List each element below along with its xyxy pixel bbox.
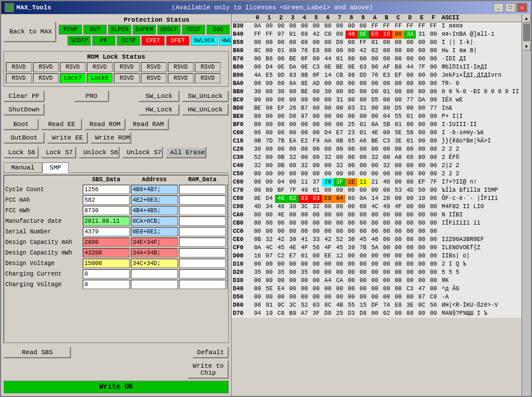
hex-byte-c40-9[interactable]: 00 bbox=[357, 162, 369, 170]
hex-byte-c70-4[interactable]: 49 bbox=[299, 186, 310, 195]
hex-byte-be0-15[interactable]: 00 bbox=[428, 113, 439, 121]
hex-byte-b90-2[interactable]: 9D bbox=[275, 72, 287, 80]
hex-byte-d70-9[interactable]: D8 bbox=[357, 310, 369, 318]
hex-byte-d70-8[interactable]: D3 bbox=[345, 310, 357, 318]
hex-byte-c10-7[interactable]: 8B bbox=[334, 137, 345, 145]
hex-byte-c50-4[interactable]: 00 bbox=[299, 170, 310, 178]
lock-s7-button[interactable]: Lock S7 bbox=[41, 147, 76, 158]
hex-byte-ba0-11[interactable]: 00 bbox=[381, 80, 392, 88]
unlock-s6-button[interactable]: Unlock S6 bbox=[79, 147, 120, 158]
hex-byte-ce0-12[interactable]: 00 bbox=[392, 236, 404, 244]
hex-byte-ba0-8[interactable]: 00 bbox=[345, 80, 357, 88]
hex-byte-c80-13[interactable]: 00 bbox=[404, 195, 416, 203]
sbs-new-des-volt[interactable] bbox=[227, 259, 229, 268]
hex-byte-c40-0[interactable]: 32 bbox=[252, 162, 263, 170]
hex-byte-b80-7[interactable]: BE bbox=[334, 63, 345, 72]
hex-byte-b60-1[interactable]: 00 bbox=[263, 47, 275, 55]
hex-byte-d00-0[interactable]: 16 bbox=[252, 252, 263, 260]
hex-byte-bc0-4[interactable]: 00 bbox=[299, 96, 310, 104]
hex-byte-bc0-9[interactable]: 80 bbox=[357, 96, 369, 104]
sbs-addr-fcc-mah[interactable] bbox=[131, 195, 178, 205]
hex-byte-c50-5[interactable]: 00 bbox=[310, 170, 322, 178]
hex-byte-c10-1[interactable]: 7D bbox=[263, 137, 275, 145]
hex-byte-cc0-11[interactable]: 00 bbox=[381, 228, 392, 236]
sbs-addr-serial[interactable] bbox=[131, 227, 178, 236]
hex-byte-c20-5[interactable]: 00 bbox=[310, 145, 322, 154]
hex-byte-bf0-9[interactable]: 01 bbox=[357, 121, 369, 129]
hex-byte-d20-14[interactable]: 00 bbox=[416, 269, 428, 277]
hex-byte-c90-7[interactable]: 00 bbox=[334, 203, 345, 211]
sbs-ram-mfg-date[interactable] bbox=[179, 216, 226, 226]
hex-byte-b70-7[interactable]: 01 bbox=[334, 55, 345, 63]
hex-byte-c80-2[interactable]: 46 bbox=[275, 195, 287, 203]
hex-byte-d00-1[interactable]: 07 bbox=[263, 252, 275, 260]
hex-byte-b90-9[interactable]: DD bbox=[357, 72, 369, 80]
hex-byte-ce0-0[interactable]: 0B bbox=[252, 236, 263, 244]
hex-byte-cf0-7[interactable]: 45 bbox=[334, 244, 345, 252]
hex-byte-bb0-14[interactable]: 00 bbox=[416, 88, 428, 96]
hex-byte-c90-1[interactable]: 34 bbox=[263, 203, 275, 211]
lock-s6-button[interactable]: Lock S6 bbox=[4, 147, 39, 158]
hex-byte-d40-4[interactable]: 00 bbox=[299, 285, 310, 293]
write-to-chip-button[interactable]: Write toChip bbox=[188, 360, 229, 379]
hex-byte-b90-10[interactable]: 76 bbox=[369, 72, 381, 80]
read-rom-button[interactable]: Read ROM bbox=[84, 118, 126, 130]
hex-byte-d60-15[interactable]: 56 bbox=[428, 301, 439, 310]
hex-byte-be0-12[interactable]: 55 bbox=[392, 113, 404, 121]
back-to-max-button[interactable]: Back to MAX bbox=[4, 21, 56, 42]
hex-byte-c90-2[interactable]: 46 bbox=[275, 203, 287, 211]
sbs-addr-des-volt[interactable] bbox=[131, 259, 178, 268]
hex-byte-ce0-9[interactable]: 45 bbox=[357, 236, 369, 244]
hex-byte-b40-6[interactable]: C0 bbox=[322, 30, 334, 39]
hex-byte-cc0-12[interactable]: 00 bbox=[392, 228, 404, 236]
hex-byte-c80-8[interactable]: 60 bbox=[345, 195, 357, 203]
hex-byte-d50-10[interactable]: 00 bbox=[369, 293, 381, 301]
hex-byte-cb0-13[interactable]: 00 bbox=[404, 219, 416, 228]
sbs-sbs-chg-curr[interactable] bbox=[83, 269, 130, 279]
hex-byte-b80-12[interactable]: B8 bbox=[392, 63, 404, 72]
hex-byte-c00-2[interactable]: 06 bbox=[275, 129, 287, 137]
sbs-sbs-serial[interactable] bbox=[83, 227, 130, 236]
hex-byte-d40-8[interactable]: 00 bbox=[345, 285, 357, 293]
hex-byte-d10-2[interactable]: 00 bbox=[275, 260, 287, 269]
hex-byte-c50-11[interactable]: 00 bbox=[381, 170, 392, 178]
hex-byte-b60-10[interactable]: 02 bbox=[369, 47, 381, 55]
hex-byte-b60-5[interactable]: E6 bbox=[310, 47, 322, 55]
hex-byte-be0-2[interactable]: 00 bbox=[275, 113, 287, 121]
hex-byte-cf0-5[interactable]: 56 bbox=[310, 244, 322, 252]
hex-byte-c00-7[interactable]: E7 bbox=[334, 129, 345, 137]
hex-byte-d60-4[interactable]: 52 bbox=[299, 301, 310, 310]
hex-byte-d00-3[interactable]: E7 bbox=[287, 252, 299, 260]
hex-byte-c60-6[interactable]: 28 bbox=[322, 178, 334, 186]
hex-byte-d10-15[interactable]: 00 bbox=[428, 260, 439, 269]
hex-byte-d20-4[interactable]: 35 bbox=[299, 269, 310, 277]
hex-byte-b90-7[interactable]: CB bbox=[334, 72, 345, 80]
hex-byte-c30-6[interactable]: 32 bbox=[322, 154, 334, 162]
sbs-addr-cycle[interactable] bbox=[131, 185, 178, 194]
hex-byte-c10-10[interactable]: BE bbox=[369, 137, 381, 145]
hex-byte-c10-8[interactable]: 65 bbox=[345, 137, 357, 145]
hex-byte-bd0-7[interactable]: 00 bbox=[334, 104, 345, 113]
hex-byte-c10-12[interactable]: 3E bbox=[392, 137, 404, 145]
hex-byte-c40-6[interactable]: 00 bbox=[322, 162, 334, 170]
hex-byte-cb0-12[interactable]: 00 bbox=[392, 219, 404, 228]
hex-byte-cb0-2[interactable]: 00 bbox=[275, 219, 287, 228]
hex-byte-bc0-5[interactable]: 00 bbox=[310, 96, 322, 104]
hex-byte-c00-12[interactable]: 5E bbox=[392, 129, 404, 137]
hex-byte-c80-14[interactable]: 10 bbox=[416, 195, 428, 203]
hex-byte-d70-11[interactable]: 02 bbox=[381, 310, 392, 318]
hex-byte-c90-5[interactable]: 32 bbox=[310, 203, 322, 211]
hex-byte-d00-2[interactable]: C2 bbox=[275, 252, 287, 260]
hex-byte-d20-6[interactable]: 00 bbox=[322, 269, 334, 277]
hex-byte-b70-13[interactable]: 00 bbox=[404, 55, 416, 63]
hex-byte-ce0-7[interactable]: 52 bbox=[334, 236, 345, 244]
hex-byte-d40-7[interactable]: 00 bbox=[334, 285, 345, 293]
hex-byte-b40-8[interactable]: 40 bbox=[345, 30, 357, 39]
hex-byte-bb0-3[interactable]: 00 bbox=[287, 88, 299, 96]
hex-byte-cf0-9[interactable]: 7B bbox=[357, 244, 369, 252]
hex-byte-bb0-10[interactable]: D0 bbox=[369, 88, 381, 96]
hex-byte-d00-13[interactable]: 00 bbox=[404, 252, 416, 260]
hex-byte-c10-0[interactable]: 9B bbox=[252, 137, 263, 145]
hex-byte-bc0-15[interactable]: 00 bbox=[428, 96, 439, 104]
scroll-down-button[interactable]: ▼ bbox=[523, 42, 531, 50]
